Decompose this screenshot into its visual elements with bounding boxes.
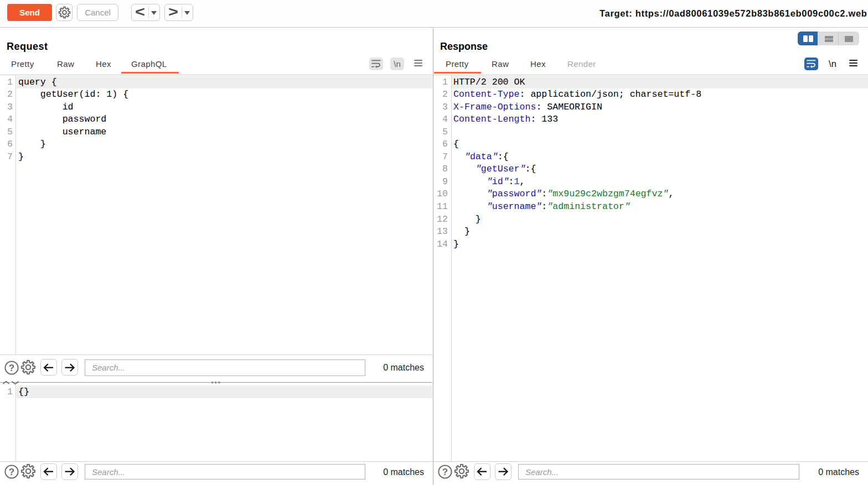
svg-text:?: ? bbox=[8, 363, 14, 373]
svg-text:?: ? bbox=[442, 467, 448, 477]
svg-text:?: ? bbox=[8, 467, 14, 477]
